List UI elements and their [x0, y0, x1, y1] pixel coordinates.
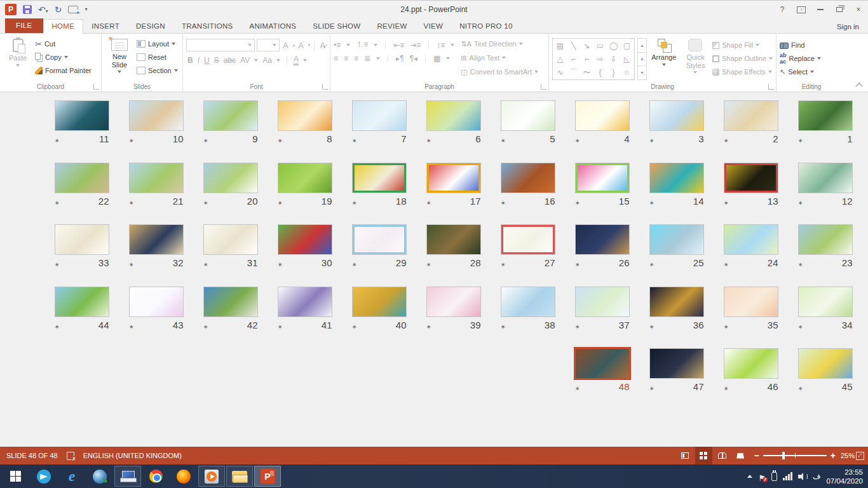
taskbar-kmplayer-button[interactable]	[198, 466, 225, 487]
slide-thumbnail-19[interactable]	[278, 163, 332, 193]
slide-thumbnail-1[interactable]	[798, 100, 853, 131]
shapes-more-icon[interactable]: ▼̱	[637, 66, 647, 80]
increase-indent-icon[interactable]: ⇥≡	[410, 41, 421, 50]
clock[interactable]: 23:55 07/04/2020	[826, 468, 863, 485]
font-size-combo[interactable]	[257, 39, 280, 51]
slide-cell-47[interactable]: ✶47	[639, 348, 714, 410]
tab-view[interactable]: VIEW	[416, 20, 452, 33]
power-battery-icon[interactable]	[771, 472, 777, 481]
slide-cell-14[interactable]: ✶14	[639, 163, 714, 225]
slide-show-button[interactable]	[732, 447, 749, 464]
grow-font-button[interactable]: A▴	[281, 41, 295, 50]
slide-sorter-view-button[interactable]	[695, 447, 712, 464]
help-icon[interactable]: ?	[773, 2, 792, 17]
zoom-slider[interactable]	[763, 455, 827, 456]
volume-icon[interactable]	[798, 473, 807, 480]
slide-thumbnail-20[interactable]	[203, 163, 258, 193]
shape-outline-button[interactable]: Shape Outline	[712, 53, 773, 64]
taskbar-powerpoint-button[interactable]: P	[254, 466, 281, 487]
slide-cell-19[interactable]: ✶19	[268, 163, 342, 225]
font-color-button[interactable]: A	[294, 55, 299, 65]
slide-cell-17[interactable]: ✶17	[416, 163, 491, 225]
tab-review[interactable]: REVIEW	[369, 20, 415, 33]
slide-thumbnail-46[interactable]	[724, 348, 778, 379]
slide-thumbnail-23[interactable]	[798, 224, 853, 255]
line-spacing-icon[interactable]: ↕≡	[437, 41, 445, 50]
tab-insert[interactable]: INSERT	[83, 20, 128, 33]
slide-thumbnail-7[interactable]	[352, 100, 407, 131]
slide-thumbnail-12[interactable]	[798, 163, 853, 193]
taskbar-idm-button[interactable]	[86, 464, 113, 488]
slide-cell-31[interactable]: ✶31	[193, 224, 268, 287]
tab-slide-show[interactable]: SLIDE SHOW	[304, 20, 369, 33]
text-direction-button[interactable]: ⇅AText Direction	[461, 38, 538, 50]
shape-gallery-item-1[interactable]: ╲	[567, 39, 580, 53]
taskbar-on-screen-keyboard-button[interactable]	[114, 466, 141, 487]
shape-fill-button[interactable]: Shape Fill	[712, 39, 773, 51]
new-slide-button[interactable]: New Slide	[105, 36, 134, 81]
slide-thumbnail-28[interactable]	[426, 224, 481, 255]
undo-dropdown-icon[interactable]: ▾	[46, 8, 48, 14]
ltr-direction-icon[interactable]: ▸¶	[396, 54, 403, 63]
slide-thumbnail-11[interactable]	[55, 100, 109, 131]
shape-gallery-item-15[interactable]: {	[593, 66, 607, 79]
slide-cell-12[interactable]: ✶12	[788, 163, 862, 225]
strikethrough-button[interactable]: abc	[224, 56, 236, 65]
slide-thumbnail-37[interactable]	[575, 287, 630, 317]
reset-button[interactable]: Reset	[137, 51, 178, 63]
slide-thumbnail-47[interactable]	[649, 348, 704, 379]
slide-cell-10[interactable]: ✶10	[119, 100, 193, 163]
zoom-in-button[interactable]: +	[831, 451, 836, 461]
save-icon[interactable]	[23, 5, 32, 14]
slide-thumbnail-3[interactable]	[649, 100, 704, 131]
cut-button[interactable]: ✂Cut	[35, 38, 92, 50]
slide-cell-28[interactable]: ✶28	[416, 224, 491, 287]
slide-thumbnail-13[interactable]	[724, 163, 778, 193]
slide-thumbnail-21[interactable]	[129, 163, 184, 193]
slide-thumbnail-10[interactable]	[129, 100, 184, 131]
slide-cell-30[interactable]: ✶30	[268, 224, 342, 287]
slide-cell-36[interactable]: ✶36	[639, 287, 714, 349]
align-left-icon[interactable]: ≡	[334, 54, 338, 63]
slide-cell-13[interactable]: ✶13	[714, 163, 788, 225]
shape-gallery-item-13[interactable]: ⌒	[567, 66, 580, 79]
slide-cell-42[interactable]: ✶42	[193, 287, 268, 349]
slide-thumbnail-32[interactable]	[129, 224, 184, 255]
slide-cell-38[interactable]: ✶38	[491, 287, 565, 349]
slide-cell-23[interactable]: ✶23	[788, 224, 862, 287]
slide-cell-22[interactable]: ✶22	[44, 163, 119, 225]
slide-thumbnail-5[interactable]	[501, 100, 555, 131]
slide-thumbnail-39[interactable]	[426, 287, 481, 317]
decrease-indent-icon[interactable]: ⇤≡	[393, 41, 404, 50]
shadow-button[interactable]: S	[214, 56, 219, 65]
align-center-icon[interactable]: ≡	[344, 54, 348, 63]
slide-thumbnail-36[interactable]	[649, 287, 704, 317]
slide-thumbnail-14[interactable]	[649, 163, 704, 193]
zoom-level[interactable]: 25%	[841, 452, 855, 459]
slide-cell-5[interactable]: ✶5	[491, 100, 565, 163]
shape-gallery-item-17[interactable]: ☆	[620, 66, 634, 79]
italic-button[interactable]: I	[198, 56, 200, 65]
slide-thumbnail-42[interactable]	[203, 287, 258, 317]
ribbon-display-options-button[interactable]: ↑	[792, 2, 811, 17]
minimize-button[interactable]	[811, 2, 830, 17]
reading-view-button[interactable]	[714, 447, 731, 464]
slide-thumbnail-22[interactable]	[55, 163, 109, 193]
customize-qat-icon[interactable]: ▾	[85, 6, 87, 12]
slide-cell-6[interactable]: ✶6	[416, 100, 491, 163]
close-button[interactable]: ×	[849, 2, 868, 17]
slide-thumbnail-6[interactable]	[426, 100, 481, 131]
shape-gallery-item-11[interactable]: ◺	[620, 53, 634, 66]
slide-thumbnail-8[interactable]	[278, 100, 332, 131]
select-button[interactable]: ↖Select	[780, 66, 821, 78]
find-button[interactable]: Find	[780, 39, 821, 51]
shape-effects-button[interactable]: Shape Effects	[712, 66, 773, 78]
tab-file[interactable]: FILE	[5, 18, 43, 33]
slide-thumbnail-40[interactable]	[352, 287, 407, 317]
align-text-button[interactable]: ⊞Align Text	[461, 52, 538, 64]
zoom-slider-handle[interactable]	[782, 452, 785, 459]
slide-cell-34[interactable]: ✶34	[788, 287, 862, 349]
slide-cell-8[interactable]: ✶8	[268, 100, 342, 163]
slide-thumbnail-9[interactable]	[203, 100, 258, 131]
format-painter-button[interactable]: Format Painter	[35, 65, 92, 76]
